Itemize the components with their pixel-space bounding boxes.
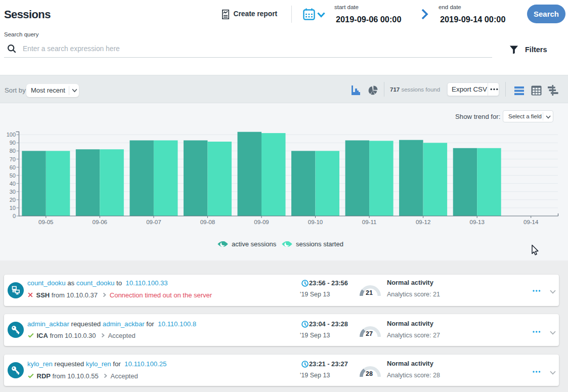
svg-text:09-14: 09-14 [523,219,539,225]
svg-text:90: 90 [10,140,16,146]
svg-text:09-09: 09-09 [254,219,269,225]
svg-text:09-05: 09-05 [38,219,53,225]
svg-text:60: 60 [10,164,16,170]
svg-text:80: 80 [10,148,16,154]
svg-text:70: 70 [10,156,16,162]
svg-text:30: 30 [10,189,16,195]
svg-text:09-06: 09-06 [93,219,107,225]
svg-text:09-13: 09-13 [469,219,484,225]
svg-text:09-08: 09-08 [200,219,215,225]
svg-text:50: 50 [10,172,16,179]
svg-text:09-10: 09-10 [308,219,323,225]
svg-text:20: 20 [10,197,16,203]
svg-text:40: 40 [10,181,16,187]
svg-text:09-07: 09-07 [146,219,161,225]
svg-text:100: 100 [7,132,16,138]
svg-text:09-12: 09-12 [416,219,430,225]
svg-text:09-11: 09-11 [362,219,377,225]
svg-text:10: 10 [10,205,16,211]
svg-text:0: 0 [13,213,16,219]
